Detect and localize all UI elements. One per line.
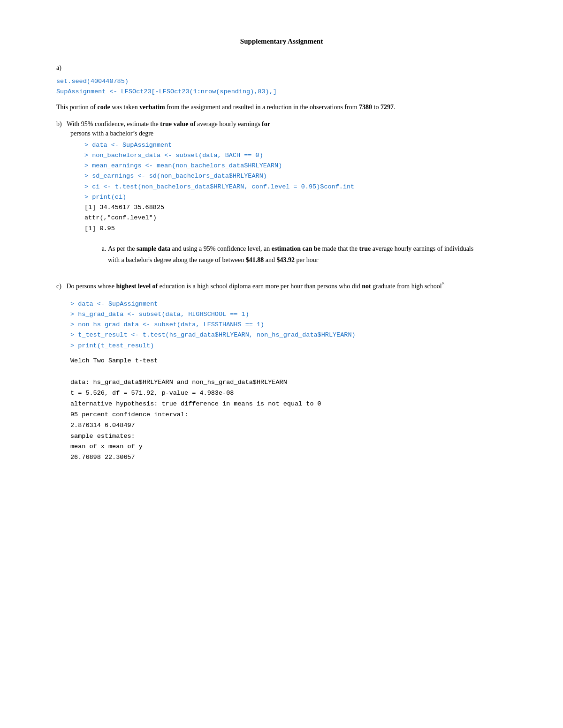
code-c5: > print(t_test_result): [70, 341, 507, 351]
code-b6: > print(ci): [84, 192, 507, 203]
note-a-item: As per the sample data and using a 95% c…: [108, 243, 479, 266]
welch-output: Welch Two Sample t-test data: hs_grad_da…: [70, 356, 507, 463]
code-line-2: SupAssignment <- LFSOct23[-LFSOct23(1:nr…: [56, 87, 507, 97]
code-c4: > t_test_result <- t.test(hs_grad_data$H…: [70, 330, 507, 340]
section-b-label: b) With 95% confidence, estimate the tru…: [56, 120, 507, 128]
welch-data: data: hs_grad_data$HRLYEARN and non_hs_g…: [70, 377, 507, 388]
output-b3: [1] 0.95: [84, 224, 507, 234]
page-title: Supplementary Assignment: [56, 38, 507, 45]
section-b: b) With 95% confidence, estimate the tru…: [70, 120, 507, 266]
output-b: [1] 34.45617 35.68825 attr(,"conf.level"…: [84, 203, 507, 234]
code-b2: > non_bachelors_data <- subset(data, BAC…: [84, 150, 507, 161]
welch-means-vals: 26.76898 22.30657: [70, 452, 507, 463]
code-b1: > data <- SupAssignment: [84, 140, 507, 150]
code-block-a: set.seed(400440785) SupAssignment <- LFS…: [56, 76, 507, 97]
code-line-1: set.seed(400440785): [56, 76, 507, 87]
note-a: As per the sample data and using a 95% c…: [99, 243, 479, 266]
code-b5: > ci <- t.test(non_bachelors_data$HRLYEA…: [84, 182, 507, 192]
welch-blank: [70, 367, 507, 377]
code-b4: > sd_earnings <- sd(non_bachelors_data$H…: [84, 171, 507, 181]
welch-ci-label: 95 percent confidence interval:: [70, 410, 507, 420]
welch-sample: sample estimates:: [70, 431, 507, 442]
welch-ci-vals: 2.876314 6.048497: [70, 420, 507, 431]
code-c1: > data <- SupAssignment: [70, 299, 507, 309]
welch-t: t = 5.526, df = 571.92, p-value = 4.983e…: [70, 388, 507, 399]
section-a-label: a): [56, 64, 507, 72]
output-b1: [1] 34.45617 35.68825: [84, 203, 507, 213]
welch-title: Welch Two Sample t-test: [70, 356, 507, 367]
welch-means-label: mean of x mean of y: [70, 442, 507, 452]
section-b-subtext: persons with a bachelor’s degre: [70, 130, 507, 137]
output-b2: attr(,"conf.level"): [84, 213, 507, 223]
welch-alt: alternative hypothesis: true difference …: [70, 399, 507, 410]
prose-a: This portion of code was taken verbatim …: [56, 102, 507, 113]
code-c2: > hs_grad_data <- subset(data, HIGHSCHOO…: [70, 309, 507, 320]
code-c3: > non_hs_grad_data <- subset(data, LESST…: [70, 320, 507, 330]
code-b3: > mean_earnings <- mean(non_bachelors_da…: [84, 161, 507, 171]
section-c: c) Do persons whose highest level of edu…: [56, 280, 507, 464]
section-c-intro: c) Do persons whose highest level of edu…: [56, 280, 507, 292]
